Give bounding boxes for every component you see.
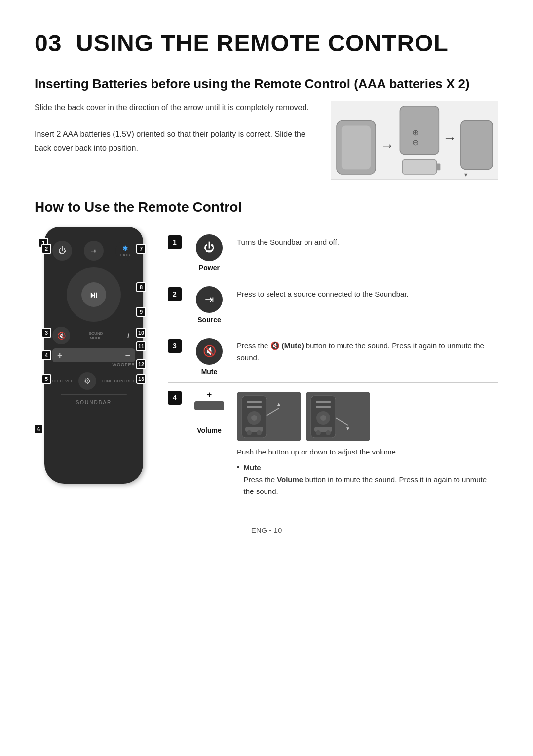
svg-text:→: → <box>443 130 457 146</box>
power-button[interactable]: ⏻ <box>52 241 72 261</box>
mute-icon: 🔇 <box>196 338 223 365</box>
volume-plus-icon: + <box>57 350 63 361</box>
badge-5: 5 <box>41 374 51 384</box>
dpad[interactable]: ⏯ <box>67 267 121 322</box>
play-pause-button[interactable]: ⏯ <box>81 282 106 307</box>
volume-label: Volume <box>197 426 222 434</box>
page-footer: ENG - 10 <box>35 526 498 534</box>
svg-text:◄: ◄ <box>337 177 342 179</box>
page-title: 03 USING THE REMOTE CONTROL <box>35 30 498 57</box>
svg-point-16 <box>251 415 257 421</box>
source-icon: ⇥ <box>196 286 223 313</box>
badge-4: 4 <box>41 350 51 360</box>
source-label: Source <box>197 316 221 324</box>
svg-point-28 <box>326 430 331 435</box>
svg-rect-7 <box>436 163 440 170</box>
instr-num-2: 2 <box>168 287 182 301</box>
instr-icon-source: ⇥ Source <box>190 286 229 324</box>
badge-6: 6 <box>34 424 43 434</box>
instruction-row-mute: 3 🔇 Mute Press the 🔇 (Mute) button to mu… <box>168 331 498 382</box>
volume-slider[interactable]: + − <box>52 348 135 362</box>
volume-image-1: ▲ <box>237 392 301 441</box>
battery-heading: Inserting Batteries before using the Rem… <box>35 76 498 92</box>
badge-2: 2 <box>41 244 51 254</box>
instruction-row-source: 2 ⇥ Source Press to select a source conn… <box>168 279 498 331</box>
battery-image: → ⊕ ⊖ → ◄ ▼ <box>331 101 498 180</box>
svg-text:⊕: ⊕ <box>412 128 419 137</box>
mute-button[interactable]: 🔇 <box>52 327 70 344</box>
instruction-row-volume: 4 + − Volume <box>168 382 498 506</box>
remote-body: 1 2 7 ⏻ ⇥ ✱ PAIR <box>44 227 143 484</box>
svg-text:▼: ▼ <box>345 426 350 431</box>
woofer-label: WOOFER <box>52 362 135 367</box>
instructions-table: 1 ⏻ Power Turns the Soundbar on and off.… <box>168 227 498 506</box>
battery-section: Inserting Batteries before using the Rem… <box>35 76 498 180</box>
badge-11: 11 <box>136 341 146 351</box>
badge-10: 10 <box>136 328 146 338</box>
svg-text:⊖: ⊖ <box>412 138 419 147</box>
pair-button[interactable]: ✱ PAIR <box>115 241 135 261</box>
remote-separator <box>61 394 127 395</box>
instr-num-1: 1 <box>168 235 182 249</box>
instr-text-source: Press to select a source connected to th… <box>237 286 498 300</box>
svg-rect-3 <box>400 106 439 155</box>
svg-point-25 <box>320 415 326 421</box>
svg-point-27 <box>316 430 321 435</box>
tone-button[interactable]: TONE CONTROL <box>101 379 135 383</box>
svg-point-19 <box>257 430 262 435</box>
source-button[interactable]: ⇥ <box>84 241 104 261</box>
battery-text: Slide the back cover in the direction of… <box>35 101 311 154</box>
instr-num-4: 4 <box>168 391 182 405</box>
sound-mode-button[interactable]: SOUNDMODE <box>88 328 104 343</box>
svg-rect-14 <box>247 406 262 408</box>
badge-12: 12 <box>136 359 146 369</box>
settings-button[interactable]: ⚙ <box>78 372 96 390</box>
badge-8: 8 <box>136 282 146 292</box>
power-icon: ⏻ <box>196 234 223 261</box>
volume-image-2: ▼ <box>306 392 370 441</box>
remote-illustration: 1 2 7 ⏻ ⇥ ✱ PAIR <box>35 227 153 484</box>
instruction-row-power: 1 ⏻ Power Turns the Soundbar on and off. <box>168 227 498 279</box>
svg-point-18 <box>247 430 252 435</box>
info-button[interactable]: i <box>121 329 135 342</box>
volume-images: ▲ <box>237 392 498 441</box>
badge-3: 3 <box>41 328 51 338</box>
instr-text-mute: Press the 🔇 (Mute) button to mute the so… <box>237 338 498 364</box>
volume-minus-icon: − <box>125 350 130 361</box>
instr-icon-mute: 🔇 Mute <box>190 338 229 376</box>
soundbar-label: SOUNDBAR <box>52 400 135 405</box>
badge-7: 7 <box>136 244 146 254</box>
how-to-heading: How to Use the Remote Control <box>35 199 498 215</box>
svg-rect-6 <box>402 160 436 175</box>
badge-9: 9 <box>136 307 146 317</box>
instr-icon-power: ⏻ Power <box>190 234 229 272</box>
volume-bullet-mute: • Mute Press the Volume button in to mut… <box>237 462 498 497</box>
instr-num-3: 3 <box>168 339 182 353</box>
remote-section: 1 2 7 ⏻ ⇥ ✱ PAIR <box>35 227 498 506</box>
instr-text-volume: ▲ <box>237 390 498 499</box>
mute-label: Mute <box>201 368 218 376</box>
power-label: Power <box>199 264 220 272</box>
svg-rect-23 <box>316 406 331 408</box>
instr-icon-volume: + − Volume <box>190 390 229 434</box>
volume-bullet-list: • Mute Press the Volume button in to mut… <box>237 462 498 497</box>
svg-rect-13 <box>247 401 262 403</box>
svg-text:→: → <box>381 138 394 153</box>
badge-13: 13 <box>136 374 146 384</box>
chlevel-button[interactable]: CH LEVEL <box>52 379 74 383</box>
svg-rect-22 <box>316 401 331 403</box>
svg-rect-1 <box>342 125 371 169</box>
svg-rect-9 <box>461 121 493 170</box>
instr-text-power: Turns the Soundbar on and off. <box>237 234 498 248</box>
svg-text:▲: ▲ <box>276 401 281 407</box>
svg-text:▼: ▼ <box>463 172 469 178</box>
